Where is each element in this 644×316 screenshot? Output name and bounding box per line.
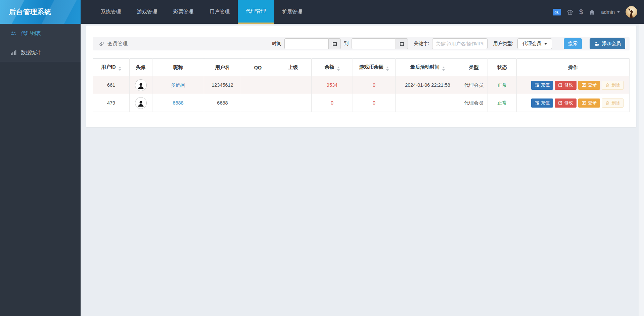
edit-icon	[558, 83, 563, 87]
calendar-addon-from[interactable]	[328, 38, 341, 49]
recharge-button[interactable]: 充值	[531, 81, 553, 90]
user-avatar[interactable]	[626, 6, 637, 18]
col-header-parent: 上级	[275, 59, 312, 76]
cell-last-active	[396, 94, 460, 112]
bar-chart-icon	[10, 49, 16, 56]
col-header-type: 类型	[460, 59, 488, 76]
keyword-label: 关键字:	[414, 41, 429, 47]
recharge-icon	[535, 83, 539, 87]
sidebar-item-statistics[interactable]: 数据统计	[0, 43, 81, 62]
usertype-dropdown[interactable]: 代理会员	[517, 38, 552, 49]
cell-username: 12345612	[204, 76, 241, 94]
scrollbar[interactable]	[639, 24, 644, 316]
col-header-label: 头像	[136, 65, 146, 70]
cell-parent	[275, 76, 312, 94]
link-icon	[99, 41, 104, 47]
trash-icon	[605, 83, 610, 87]
cell-type: 代理会员	[460, 94, 488, 112]
main-nav: 系统管理 游戏管理 彩票管理 用户管理 代理管理 扩展管理	[93, 0, 310, 24]
users-icon	[10, 30, 16, 37]
cell-status: 正常	[488, 76, 517, 94]
search-button[interactable]: 搜索	[564, 38, 582, 49]
col-header-label: 上级	[288, 65, 298, 70]
cell-balance: 9534	[312, 76, 353, 94]
user-menu[interactable]: admin	[601, 9, 620, 15]
tab-system[interactable]: 系统管理	[93, 0, 129, 24]
add-member-button[interactable]: 添加会员	[590, 38, 625, 49]
sort-icon[interactable]	[119, 67, 121, 71]
time-from-input[interactable]	[284, 38, 328, 49]
col-header-last-active[interactable]: 最后活动时间	[396, 59, 460, 76]
usertype-label: 用户类型:	[493, 41, 513, 47]
gift-icon[interactable]	[567, 9, 573, 15]
member-avatar[interactable]	[135, 97, 147, 109]
table-header-row: 用户ID头像昵称用户名QQ上级余额游戏币余额最后活动时间类型状态操作	[93, 59, 630, 76]
action-button-label: 充值	[541, 100, 550, 106]
action-button-label: 登录	[588, 82, 597, 88]
dollar-icon[interactable]: $	[579, 8, 583, 16]
time-label: 时间	[272, 41, 281, 47]
tab-extension[interactable]: 扩展管理	[274, 0, 310, 24]
user-name: admin	[601, 9, 615, 15]
cell-balance: 0	[312, 94, 353, 112]
action-button-label: 删除	[611, 100, 620, 106]
cell-user-id: 479	[93, 94, 130, 112]
cell-type: 代理会员	[460, 76, 488, 94]
col-header-label: 昵称	[173, 65, 183, 70]
col-header-game-balance[interactable]: 游戏币余额	[353, 59, 396, 76]
tab-user[interactable]: 用户管理	[201, 0, 238, 24]
sidebar: 代理列表 数据统计	[0, 24, 81, 316]
action-button-label: 登录	[588, 100, 597, 106]
col-header-label: 用户名	[215, 65, 230, 70]
login-button[interactable]: 登录	[578, 98, 600, 108]
calendar-icon	[399, 41, 405, 46]
col-header-label: 用户ID	[101, 64, 116, 70]
delete-button[interactable]: 删除	[602, 81, 624, 90]
table-row: 4796688668800代理会员正常充值修改登录删除	[93, 94, 630, 112]
sidebar-item-agent-list[interactable]: 代理列表	[0, 24, 81, 43]
sort-icon[interactable]	[337, 67, 340, 71]
filter-bar: 会员管理 时间	[93, 37, 630, 50]
sort-icon[interactable]	[386, 67, 389, 71]
panel-title-text: 会员管理	[107, 41, 128, 47]
cell-qq	[241, 94, 275, 112]
members-table: 用户ID头像昵称用户名QQ上级余额游戏币余额最后活动时间类型状态操作 661多码…	[93, 58, 630, 112]
action-button-label: 修改	[564, 82, 573, 88]
col-header-user-id[interactable]: 用户ID	[93, 59, 130, 76]
login-icon	[582, 83, 586, 87]
col-header-balance[interactable]: 余额	[312, 59, 353, 76]
keyword-input[interactable]	[432, 38, 488, 49]
tab-game[interactable]: 游戏管理	[129, 0, 165, 24]
calendar-addon-to[interactable]	[396, 38, 408, 49]
edit-button[interactable]: 修改	[555, 81, 577, 90]
chevron-down-icon	[544, 43, 547, 45]
sidebar-item-label: 数据统计	[21, 49, 41, 56]
cell-actions: 充值修改登录删除	[517, 76, 630, 94]
sort-icon[interactable]	[442, 67, 445, 71]
time-from-group	[284, 38, 341, 49]
login-button[interactable]: 登录	[578, 81, 600, 90]
delete-button[interactable]: 删除	[602, 98, 624, 108]
col-header-label: QQ	[254, 65, 262, 70]
cell-qq	[241, 76, 275, 94]
col-header-avatar: 头像	[130, 59, 152, 76]
top-navbar: 后台管理系统 系统管理 游戏管理 彩票管理 用户管理 代理管理 扩展管理 CL …	[0, 0, 644, 24]
col-header-label: 游戏币余额	[359, 64, 384, 70]
time-to-input[interactable]	[352, 38, 396, 49]
clear-cache-icon[interactable]: CL	[553, 9, 561, 15]
action-button-label: 修改	[564, 100, 573, 106]
action-button-label: 充值	[541, 82, 550, 88]
cell-nickname[interactable]: 6688	[152, 94, 204, 112]
home-icon[interactable]	[589, 9, 595, 15]
member-avatar[interactable]	[135, 79, 147, 91]
col-header-qq: QQ	[241, 59, 275, 76]
edit-button[interactable]: 修改	[555, 98, 577, 108]
cell-nickname[interactable]: 多码网	[152, 76, 204, 94]
cell-avatar	[130, 76, 152, 94]
cell-game-balance: 0	[353, 94, 396, 112]
usertype-value: 代理会员	[522, 41, 541, 47]
tab-lottery[interactable]: 彩票管理	[165, 0, 201, 24]
recharge-button[interactable]: 充值	[531, 98, 553, 108]
tab-agent[interactable]: 代理管理	[238, 0, 274, 24]
col-header-status: 状态	[488, 59, 517, 76]
